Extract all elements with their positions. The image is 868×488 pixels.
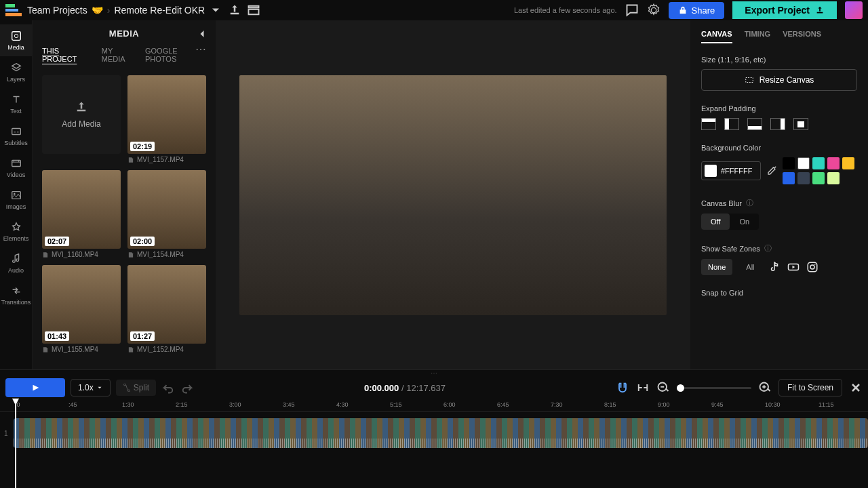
padding-left[interactable] <box>724 118 739 130</box>
comment-icon[interactable] <box>625 3 639 17</box>
trim-icon[interactable] <box>636 381 650 394</box>
info-icon[interactable]: ⓘ <box>764 243 772 253</box>
color-swatch[interactable] <box>783 157 795 169</box>
app-logo[interactable] <box>5 4 22 16</box>
tab-my-media[interactable]: MY MEDIA <box>102 47 136 63</box>
instagram-icon[interactable] <box>806 261 818 273</box>
svg-point-10 <box>814 264 816 266</box>
export-button[interactable]: Export Project <box>732 1 837 19</box>
color-swatch[interactable] <box>783 172 795 184</box>
tool-images[interactable]: Images <box>0 184 32 216</box>
chevron-down-icon[interactable] <box>209 3 222 17</box>
tiktok-icon[interactable] <box>768 261 781 273</box>
tool-videos[interactable]: Videos <box>0 152 32 184</box>
tool-text[interactable]: Text <box>0 88 32 120</box>
youtube-icon[interactable] <box>787 261 800 273</box>
padding-right[interactable] <box>770 118 785 130</box>
media-item[interactable]: 02:00 MVI_1154.MP4 <box>127 170 206 258</box>
zoom-out-icon[interactable] <box>656 381 670 394</box>
breadcrumb: Team Projects 🤝 › Remote Re-Edit OKR <box>27 3 222 17</box>
close-icon[interactable] <box>849 381 863 394</box>
playhead[interactable] <box>15 400 16 488</box>
tab-canvas[interactable]: CANVAS <box>701 30 732 43</box>
tool-sidebar: Media Layers Text Subtitles Videos Image… <box>0 20 33 369</box>
speed-button[interactable]: 1.0x <box>71 379 111 396</box>
svg-point-5 <box>13 193 15 195</box>
svg-rect-0 <box>12 32 20 41</box>
color-swatch[interactable] <box>797 157 810 169</box>
magnet-icon[interactable] <box>616 381 629 394</box>
color-swatch[interactable] <box>842 157 854 169</box>
snap-label: Snap to Grid <box>701 289 857 297</box>
handshake-icon: 🤝 <box>92 5 103 16</box>
blur-on[interactable]: On <box>730 214 759 230</box>
undo-icon[interactable] <box>161 381 175 394</box>
user-avatar[interactable] <box>845 1 863 19</box>
bgcolor-field[interactable] <box>721 167 757 175</box>
zoom-slider[interactable] <box>677 387 751 389</box>
media-item[interactable]: 01:27 MVI_1152.MP4 <box>127 265 206 353</box>
padding-top[interactable] <box>701 118 716 130</box>
color-swatch[interactable] <box>827 172 840 184</box>
more-icon[interactable]: ⋯ <box>195 43 206 56</box>
split-button[interactable]: Split <box>116 380 156 396</box>
zoom-in-icon[interactable] <box>758 381 772 394</box>
color-swatch[interactable] <box>812 172 825 184</box>
blur-label: Canvas Blur <box>701 199 742 207</box>
last-edited-text: Last edited a few seconds ago. <box>514 6 617 14</box>
svg-rect-3 <box>12 161 20 167</box>
breadcrumb-sep: › <box>107 5 111 16</box>
timeline-clips[interactable] <box>14 418 868 448</box>
add-media-button[interactable]: Add Media <box>42 75 121 163</box>
tool-media[interactable]: Media <box>0 24 32 56</box>
safezone-none[interactable]: None <box>701 259 732 275</box>
template-icon[interactable] <box>247 3 260 17</box>
tool-audio[interactable]: Audio <box>0 247 32 279</box>
eyedropper-icon[interactable] <box>765 164 778 178</box>
bgcolor-input[interactable] <box>701 161 761 180</box>
collapse-panel-icon[interactable] <box>195 27 209 41</box>
tool-elements[interactable]: Elements <box>0 216 32 247</box>
timeline-ruler[interactable]: :0:451:302:153:003:454:305:156:006:457:3… <box>0 400 868 412</box>
team-name[interactable]: Team Projects <box>27 5 87 16</box>
color-swatch[interactable] <box>797 172 810 184</box>
info-icon[interactable]: ⓘ <box>746 198 753 208</box>
preview-video[interactable] <box>239 75 667 315</box>
preview-area <box>216 20 690 369</box>
timeline: ⋯ 1.0x Split 0:00.000 / 12:17.637 Fit to… <box>0 369 868 488</box>
timeline-track[interactable]: 1 <box>14 416 868 450</box>
tool-subtitles[interactable]: Subtitles <box>0 120 32 152</box>
tool-transitions[interactable]: Transitions <box>0 279 32 311</box>
color-swatch[interactable] <box>812 157 825 169</box>
color-swatch[interactable] <box>827 157 840 169</box>
safezone-all[interactable]: All <box>739 259 761 275</box>
fit-to-screen-button[interactable]: Fit to Screen <box>778 379 842 396</box>
padding-center[interactable] <box>793 118 808 130</box>
settings-icon[interactable] <box>647 3 660 17</box>
blur-off[interactable]: Off <box>701 214 730 230</box>
upload-icon[interactable] <box>228 3 241 17</box>
media-item[interactable]: 02:19 MVI_1157.MP4 <box>127 75 206 163</box>
padding-bottom[interactable] <box>747 118 762 130</box>
media-title: MEDIA <box>109 28 139 39</box>
resize-canvas-button[interactable]: Resize Canvas <box>701 69 857 91</box>
tab-versions[interactable]: VERSIONS <box>783 30 821 43</box>
svg-point-1 <box>14 34 18 37</box>
properties-panel: CANVAS TIMING VERSIONS Size (1:1, 9:16, … <box>690 20 868 369</box>
tab-this-project[interactable]: THIS PROJECT <box>42 47 92 63</box>
timeline-time: 0:00.000 / 12:17.637 <box>364 383 446 393</box>
play-button[interactable] <box>5 378 65 397</box>
tool-layers[interactable]: Layers <box>0 56 32 88</box>
tab-timing[interactable]: TIMING <box>745 30 771 43</box>
timeline-drag-handle[interactable]: ⋯ <box>0 370 868 375</box>
safezones-label: Show Safe Zones <box>701 245 760 253</box>
padding-label: Expand Padding <box>701 104 857 113</box>
share-button[interactable]: Share <box>669 2 725 19</box>
svg-rect-8 <box>808 262 817 272</box>
bgcolor-label: Background Color <box>701 144 857 152</box>
redo-icon[interactable] <box>180 381 194 394</box>
svg-point-9 <box>810 265 814 269</box>
media-item[interactable]: 01:43 MVI_1155.MP4 <box>42 265 121 353</box>
media-item[interactable]: 02:07 MVI_1160.MP4 <box>42 170 121 258</box>
project-name[interactable]: Remote Re-Edit OKR <box>114 5 205 16</box>
